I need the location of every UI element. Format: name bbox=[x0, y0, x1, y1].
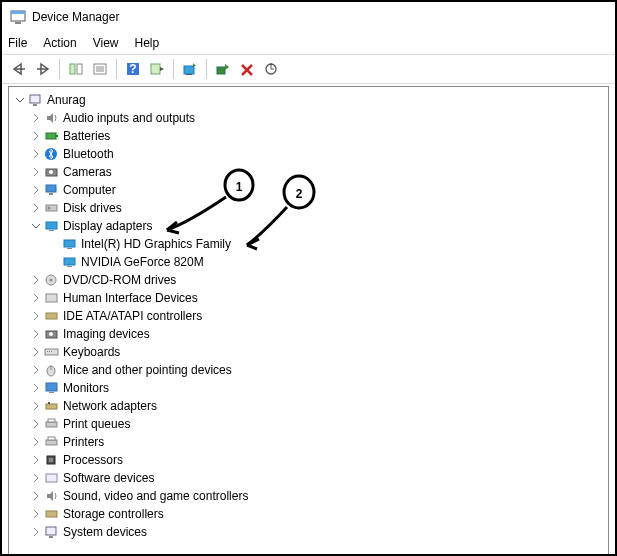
tree-item-mice[interactable]: Mice and other pointing devices bbox=[9, 361, 608, 379]
expand-icon[interactable] bbox=[29, 365, 43, 375]
tree-item-nvidia[interactable]: NVIDIA GeForce 820M bbox=[9, 253, 608, 271]
tree-item-label: Monitors bbox=[63, 381, 109, 395]
expand-icon[interactable] bbox=[29, 113, 43, 123]
expand-icon[interactable] bbox=[29, 149, 43, 159]
network-icon bbox=[43, 398, 61, 414]
tree-item-cameras[interactable]: Cameras bbox=[9, 163, 608, 181]
imaging-icon bbox=[43, 326, 61, 342]
tree-item-dvd[interactable]: DVD/CD-ROM drives bbox=[9, 271, 608, 289]
tree-item-label: Cameras bbox=[63, 165, 112, 179]
svg-rect-20 bbox=[46, 133, 56, 139]
expand-icon[interactable] bbox=[29, 311, 43, 321]
tree-item-display-adapters[interactable]: Display adapters bbox=[9, 217, 608, 235]
back-button[interactable] bbox=[8, 58, 30, 80]
menu-file[interactable]: File bbox=[8, 36, 27, 50]
properties-button[interactable] bbox=[89, 58, 111, 80]
expand-icon[interactable] bbox=[29, 347, 43, 357]
tree-item-label: Sound, video and game controllers bbox=[63, 489, 248, 503]
tree-item-label: Intel(R) HD Graphics Family bbox=[81, 237, 231, 251]
svg-rect-29 bbox=[46, 222, 57, 229]
app-icon bbox=[10, 9, 26, 25]
tree-item-network[interactable]: Network adapters bbox=[9, 397, 608, 415]
tree-item-storage[interactable]: Storage controllers bbox=[9, 505, 608, 523]
expand-icon[interactable] bbox=[29, 455, 43, 465]
svg-point-36 bbox=[50, 279, 53, 282]
tree-item-label: Human Interface Devices bbox=[63, 291, 198, 305]
expand-icon[interactable] bbox=[29, 329, 43, 339]
help-button[interactable]: ? bbox=[122, 58, 144, 80]
expand-icon[interactable] bbox=[29, 185, 43, 195]
toolbar-separator bbox=[173, 59, 174, 79]
controller-icon bbox=[43, 308, 61, 324]
tree-item-sound[interactable]: Sound, video and game controllers bbox=[9, 487, 608, 505]
expand-icon[interactable] bbox=[29, 527, 43, 537]
tree-item-label: Imaging devices bbox=[63, 327, 150, 341]
tree-item-label: Printers bbox=[63, 435, 104, 449]
tree-item-batteries[interactable]: Batteries bbox=[9, 127, 608, 145]
device-tree[interactable]: Anurag Audio inputs and outputs Batterie… bbox=[8, 86, 609, 556]
expand-icon[interactable] bbox=[29, 437, 43, 447]
tree-item-label: System devices bbox=[63, 525, 147, 539]
enable-device-button[interactable] bbox=[212, 58, 234, 80]
expand-icon[interactable] bbox=[29, 203, 43, 213]
svg-rect-31 bbox=[64, 240, 75, 247]
forward-button[interactable] bbox=[32, 58, 54, 80]
tree-item-system[interactable]: System devices bbox=[9, 523, 608, 541]
display-adapter-icon bbox=[61, 236, 79, 252]
expand-icon[interactable] bbox=[29, 275, 43, 285]
svg-rect-50 bbox=[48, 402, 50, 404]
bluetooth-icon bbox=[43, 146, 61, 162]
expand-icon[interactable] bbox=[29, 509, 43, 519]
expand-icon[interactable] bbox=[29, 491, 43, 501]
show-hide-tree-button[interactable] bbox=[65, 58, 87, 80]
svg-rect-2 bbox=[15, 22, 21, 24]
svg-point-40 bbox=[49, 332, 53, 336]
hid-icon bbox=[43, 290, 61, 306]
tree-item-intel-hd[interactable]: Intel(R) HD Graphics Family bbox=[9, 235, 608, 253]
menu-action[interactable]: Action bbox=[43, 36, 76, 50]
expand-icon[interactable] bbox=[29, 419, 43, 429]
menubar: File Action View Help bbox=[2, 32, 615, 54]
expand-icon[interactable] bbox=[29, 293, 43, 303]
svg-rect-33 bbox=[64, 258, 75, 265]
speaker-icon bbox=[43, 488, 61, 504]
svg-rect-47 bbox=[46, 383, 57, 391]
root-node[interactable]: Anurag bbox=[9, 91, 608, 109]
action-button[interactable] bbox=[146, 58, 168, 80]
collapse-icon[interactable] bbox=[29, 221, 43, 231]
menu-help[interactable]: Help bbox=[135, 36, 160, 50]
scan-hardware-button[interactable] bbox=[260, 58, 282, 80]
tree-item-imaging[interactable]: Imaging devices bbox=[9, 325, 608, 343]
expand-icon[interactable] bbox=[29, 383, 43, 393]
tree-item-print-queues[interactable]: Print queues bbox=[9, 415, 608, 433]
tree-item-keyboards[interactable]: Keyboards bbox=[9, 343, 608, 361]
tree-item-monitors[interactable]: Monitors bbox=[9, 379, 608, 397]
svg-rect-44 bbox=[51, 351, 52, 352]
tree-item-bluetooth[interactable]: Bluetooth bbox=[9, 145, 608, 163]
expand-icon[interactable] bbox=[29, 401, 43, 411]
svg-rect-58 bbox=[46, 511, 57, 517]
tree-item-computer[interactable]: Computer bbox=[9, 181, 608, 199]
expand-icon[interactable] bbox=[29, 473, 43, 483]
tree-item-label: Network adapters bbox=[63, 399, 157, 413]
update-driver-button[interactable] bbox=[179, 58, 201, 80]
expand-icon[interactable] bbox=[13, 95, 27, 105]
uninstall-device-button[interactable] bbox=[236, 58, 258, 80]
tree-item-audio[interactable]: Audio inputs and outputs bbox=[9, 109, 608, 127]
svg-text:?: ? bbox=[129, 62, 136, 76]
printer-icon bbox=[43, 434, 61, 450]
monitor-icon bbox=[43, 380, 61, 396]
expand-icon[interactable] bbox=[29, 167, 43, 177]
software-icon bbox=[43, 470, 61, 486]
tree-item-hid[interactable]: Human Interface Devices bbox=[9, 289, 608, 307]
menu-view[interactable]: View bbox=[93, 36, 119, 50]
svg-rect-21 bbox=[56, 135, 58, 137]
tree-item-processors[interactable]: Processors bbox=[9, 451, 608, 469]
speaker-icon bbox=[43, 110, 61, 126]
tree-item-disk-drives[interactable]: Disk drives bbox=[9, 199, 608, 217]
tree-item-software[interactable]: Software devices bbox=[9, 469, 608, 487]
svg-rect-14 bbox=[184, 66, 194, 74]
tree-item-ide[interactable]: IDE ATA/ATAPI controllers bbox=[9, 307, 608, 325]
expand-icon[interactable] bbox=[29, 131, 43, 141]
tree-item-printers[interactable]: Printers bbox=[9, 433, 608, 451]
